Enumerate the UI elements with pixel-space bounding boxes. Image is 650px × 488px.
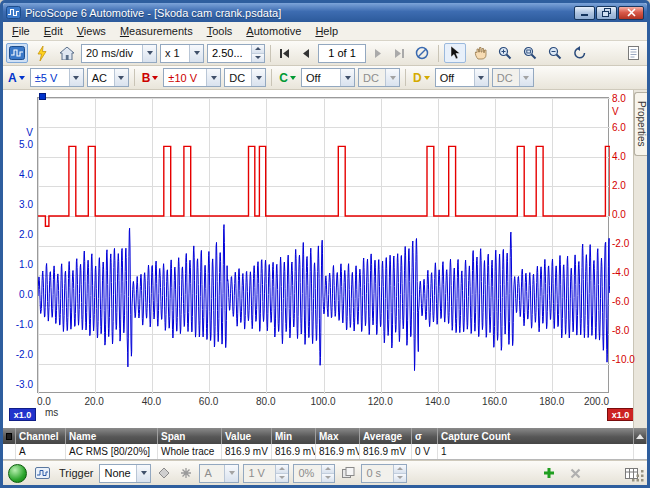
trigger-source-select[interactable]: A <box>199 464 239 483</box>
measurement-row[interactable]: A AC RMS [80/20%] Whole trace 816.9 mV 8… <box>3 444 647 460</box>
spinner-buttons[interactable] <box>321 465 334 482</box>
add-icon <box>543 467 555 479</box>
channel-a-offset-marker[interactable] <box>39 93 46 100</box>
horizontal-zoom-select[interactable]: x 1 <box>160 44 204 63</box>
zoom-out-tool-button[interactable] <box>544 43 566 63</box>
auto-setup-button[interactable] <box>31 43 53 63</box>
menu-automotive[interactable]: Automotive <box>239 23 308 40</box>
pointer-tool-button[interactable] <box>444 43 466 63</box>
scope-mode-button[interactable] <box>6 43 28 63</box>
right-axis-label[interactable]: -10.0 <box>612 354 638 365</box>
right-axis-label[interactable]: 0.0 <box>612 209 638 220</box>
buffer-last-button[interactable] <box>390 43 408 63</box>
menu-file[interactable]: File <box>5 23 37 40</box>
right-axis-label[interactable]: 2.0 <box>612 180 638 191</box>
channel-c-coupling-select[interactable]: DC <box>358 68 400 87</box>
x-axis-label: 20.0 <box>74 396 114 407</box>
chevron-down-icon <box>519 69 533 86</box>
trigger-mode-select[interactable]: None <box>99 464 151 483</box>
left-axis-label[interactable]: -1.0 <box>3 319 33 330</box>
trigger-delay-spinner[interactable]: 0 s <box>361 464 407 483</box>
maximize-button[interactable] <box>596 6 617 20</box>
buffer-overview-button[interactable] <box>411 43 433 63</box>
start-stop-button[interactable] <box>8 464 27 483</box>
column-header-min[interactable]: Min <box>272 428 316 444</box>
channel-d-range-select[interactable]: Off <box>435 68 489 87</box>
x-axis-label: 140.0 <box>417 396 457 407</box>
trigger-threshold-spinner[interactable]: 1 V <box>243 464 289 483</box>
column-header-span[interactable]: Span <box>158 428 222 444</box>
minimize-button[interactable] <box>574 6 595 20</box>
buffer-first-button[interactable] <box>276 43 294 63</box>
column-header-capture-count[interactable]: Capture Count <box>438 428 634 444</box>
notes-page-icon <box>628 46 639 60</box>
spinner-buttons[interactable] <box>251 45 264 62</box>
collapse-table-button[interactable] <box>634 428 647 444</box>
channel-b-coupling-select[interactable]: DC <box>224 68 266 87</box>
right-axis-label[interactable]: 6.0 <box>612 122 638 133</box>
right-axis-label[interactable]: -8.0 <box>612 325 638 336</box>
right-axis-label[interactable]: -6.0 <box>612 296 638 307</box>
channel-b-label[interactable]: B <box>140 71 161 85</box>
pre-trigger-spinner[interactable]: 0% <box>293 464 335 483</box>
title-bar[interactable]: PicoScope 6 Automotive - [Skoda cam cran… <box>3 3 647 22</box>
right-axis-label[interactable]: -4.0 <box>612 267 638 278</box>
column-header-value[interactable]: Value <box>222 428 272 444</box>
column-header-sigma[interactable]: σ <box>412 428 438 444</box>
quick-trigger-button[interactable] <box>155 463 173 483</box>
left-axis-label[interactable]: 1.0 <box>3 259 33 270</box>
close-button[interactable] <box>618 6 644 20</box>
channel-a-coupling-select[interactable]: AC <box>87 68 129 87</box>
hand-tool-button[interactable] <box>469 43 491 63</box>
menu-help[interactable]: Help <box>308 23 345 40</box>
column-header-average[interactable]: Average <box>360 428 412 444</box>
timebase-select[interactable]: 20 ms/div <box>81 44 157 63</box>
channel-c-range-select[interactable]: Off <box>301 68 355 87</box>
rapid-trigger-button[interactable] <box>339 463 357 483</box>
delete-measurement-button[interactable] <box>564 463 586 483</box>
trigger-scope-button[interactable] <box>31 463 53 483</box>
undo-zoom-button[interactable] <box>569 43 591 63</box>
channel-b-range-select[interactable]: ±10 V <box>163 68 221 87</box>
scope-plot[interactable] <box>37 97 609 393</box>
menu-views[interactable]: Views <box>70 23 113 40</box>
column-header-max[interactable]: Max <box>316 428 360 444</box>
add-measurement-button[interactable] <box>538 463 560 483</box>
menu-tools[interactable]: Tools <box>200 23 240 40</box>
left-axis-label[interactable]: 2.0 <box>3 229 33 240</box>
restore-icon <box>602 8 612 17</box>
channel-c-range-value: Off <box>302 72 340 84</box>
column-header-channel[interactable]: Channel <box>16 428 66 444</box>
zoom-badge-right: x1.0 <box>607 408 634 421</box>
zoom-in-tool-button[interactable] <box>494 43 516 63</box>
left-axis-label[interactable]: 3.0 <box>3 199 33 210</box>
channel-a-label[interactable]: A <box>6 71 27 85</box>
waveform-canvas <box>38 98 610 394</box>
menu-measurements[interactable]: Measurements <box>113 23 200 40</box>
spinner-buttons[interactable] <box>275 465 288 482</box>
buffer-previous-button[interactable] <box>297 43 315 63</box>
right-axis-label[interactable]: -2.0 <box>612 238 638 249</box>
resize-grip[interactable] <box>632 470 645 483</box>
buffer-next-button[interactable] <box>369 43 387 63</box>
notes-button[interactable] <box>622 43 644 63</box>
marquee-zoom-tool-button[interactable] <box>519 43 541 63</box>
channel-d-label[interactable]: D <box>411 71 432 85</box>
left-axis-label[interactable]: -3.0 <box>3 379 33 390</box>
left-axis-label[interactable]: -2.0 <box>3 349 33 360</box>
channel-a-range-select[interactable]: ±5 V <box>30 68 84 87</box>
column-header-name[interactable]: Name <box>66 428 158 444</box>
spinner-buttons[interactable] <box>393 465 406 482</box>
channel-c-label[interactable]: C <box>277 71 298 85</box>
table-handle[interactable] <box>3 428 16 444</box>
max-samples-spinner[interactable]: 2.50... <box>207 44 265 63</box>
left-axis-label[interactable]: 0.0 <box>3 289 33 300</box>
menu-edit[interactable]: Edit <box>37 23 70 40</box>
channel-d-coupling-select[interactable]: DC <box>492 68 534 87</box>
home-button[interactable] <box>56 43 78 63</box>
advanced-trigger-button[interactable] <box>177 463 195 483</box>
left-axis-label[interactable]: 4.0 <box>3 169 33 180</box>
right-axis-label[interactable]: 4.0 <box>612 151 638 162</box>
right-axis-label[interactable]: 8.0 <box>612 93 638 104</box>
left-axis-label[interactable]: 5.0 <box>3 139 33 150</box>
